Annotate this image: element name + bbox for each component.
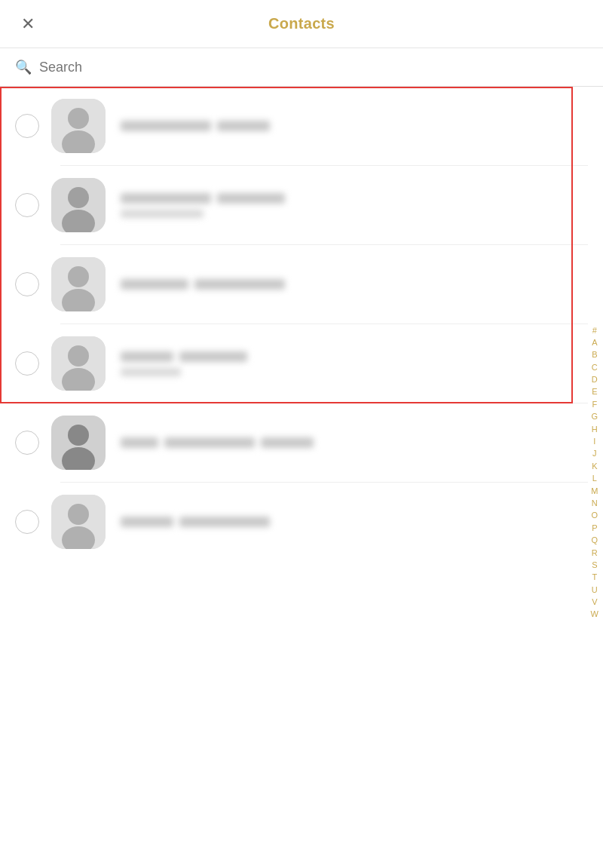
close-button[interactable]: ✕ xyxy=(18,13,38,35)
svg-point-7 xyxy=(68,266,89,287)
radio-button[interactable] xyxy=(15,510,39,534)
list-item[interactable] xyxy=(0,324,603,403)
alpha-letter-D[interactable]: D xyxy=(590,374,599,385)
list-item[interactable] xyxy=(0,166,603,244)
contact-info xyxy=(121,121,588,131)
alpha-letter-E[interactable]: E xyxy=(590,386,598,397)
contact-info xyxy=(121,351,588,376)
list-item[interactable] xyxy=(0,403,603,482)
radio-button[interactable] xyxy=(15,114,39,138)
list-item[interactable] xyxy=(0,483,603,561)
list-item[interactable] xyxy=(0,245,603,324)
alpha-letter-#[interactable]: # xyxy=(591,324,598,336)
avatar xyxy=(51,257,106,311)
alpha-letter-H[interactable]: H xyxy=(590,423,599,434)
alpha-letter-N[interactable]: N xyxy=(590,498,599,509)
alpha-letter-M[interactable]: M xyxy=(589,485,599,496)
header: ✕ Contacts xyxy=(0,0,603,48)
radio-button[interactable] xyxy=(15,272,39,296)
svg-point-16 xyxy=(68,504,89,525)
close-icon: ✕ xyxy=(21,14,35,33)
alpha-letter-K[interactable]: K xyxy=(590,461,598,472)
alpha-letter-U[interactable]: U xyxy=(590,584,599,596)
alpha-letter-I[interactable]: I xyxy=(592,436,597,447)
alpha-letter-S[interactable]: S xyxy=(590,560,598,571)
contact-info xyxy=(121,437,588,448)
alpha-letter-W[interactable]: W xyxy=(589,609,600,620)
radio-button[interactable] xyxy=(15,193,39,217)
alpha-letter-L[interactable]: L xyxy=(591,473,598,484)
alpha-letter-T[interactable]: T xyxy=(590,572,598,583)
alpha-letter-A[interactable]: A xyxy=(590,337,598,348)
alphabet-index: #ABCDEFGHIJKLMNOPQRSTUVW xyxy=(589,324,600,620)
contact-info xyxy=(121,517,588,527)
avatar xyxy=(51,99,106,153)
avatar xyxy=(51,336,106,391)
svg-point-1 xyxy=(68,108,89,129)
alpha-letter-P[interactable]: P xyxy=(590,523,598,534)
search-input[interactable] xyxy=(39,60,588,75)
page-title: Contacts xyxy=(268,15,335,32)
alpha-letter-R[interactable]: R xyxy=(590,547,599,558)
search-bar: 🔍 xyxy=(0,48,603,87)
alpha-letter-O[interactable]: O xyxy=(590,510,600,521)
radio-button[interactable] xyxy=(15,431,39,455)
alpha-letter-V[interactable]: V xyxy=(590,597,598,608)
avatar xyxy=(51,416,106,470)
alpha-letter-B[interactable]: B xyxy=(590,349,598,360)
avatar xyxy=(51,495,106,549)
svg-point-4 xyxy=(68,187,89,208)
alpha-letter-Q[interactable]: Q xyxy=(590,535,600,546)
list-item[interactable] xyxy=(0,87,603,165)
contact-list xyxy=(0,87,603,561)
alpha-letter-J[interactable]: J xyxy=(591,448,598,459)
svg-point-10 xyxy=(68,345,89,367)
alpha-letter-G[interactable]: G xyxy=(590,411,600,422)
content-area: #ABCDEFGHIJKLMNOPQRSTUVW xyxy=(0,87,603,858)
radio-button[interactable] xyxy=(15,351,39,376)
alpha-letter-C[interactable]: C xyxy=(590,361,599,373)
avatar xyxy=(51,178,106,232)
search-icon: 🔍 xyxy=(15,59,32,75)
svg-point-13 xyxy=(68,425,89,446)
contact-info xyxy=(121,279,588,290)
alpha-letter-F[interactable]: F xyxy=(590,399,598,410)
contact-info xyxy=(121,193,588,218)
